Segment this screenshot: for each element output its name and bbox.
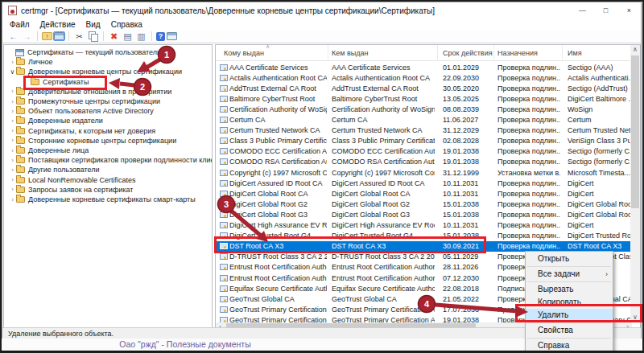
table-row[interactable]: Certification Authority of WoSignCertifi…: [216, 104, 631, 114]
tree-item-4[interactable]: ›Доверительные отношения в предприятии: [4, 87, 212, 96]
expander-collapsed-icon[interactable]: ›: [9, 137, 16, 144]
table-row[interactable]: COMODO RSA Certification Au...COMODO RSA…: [216, 157, 631, 167]
context-menu-item-6[interactable]: Удалить: [526, 309, 613, 322]
expander-collapsed-icon[interactable]: ›: [9, 186, 16, 193]
scroll-down-icon[interactable]: ∨: [630, 313, 640, 322]
tree-item-3[interactable]: Сертификаты: [4, 77, 212, 87]
expander-collapsed-icon[interactable]: ›: [9, 59, 16, 66]
cell-expires: 31.12.2029: [443, 125, 493, 136]
tree-item-14[interactable]: ›Запросы заявок на сертификат: [4, 185, 212, 195]
tree-item-8[interactable]: ›Сертификаты, к которым нет доверия: [4, 126, 212, 136]
tree-item-5[interactable]: ›Промежуточные центры сертификации: [4, 96, 212, 106]
tree-item-13[interactable]: ›Local NonRemovable Certificates: [4, 175, 212, 185]
cell-issued_by: Baltimore CyberTrust Root: [332, 93, 435, 104]
folder-icon: [16, 187, 25, 193]
expander-collapsed-icon[interactable]: ›: [9, 127, 16, 134]
cell-purposes: Проверка подлин...: [497, 62, 560, 72]
expander-collapsed-icon[interactable]: ›: [9, 117, 16, 125]
minimize-button[interactable]: —: [571, 3, 594, 18]
context-menu-item-4[interactable]: Вырезать: [526, 283, 613, 296]
table-row[interactable]: DigiCert Global Root G3DigiCert Global R…: [216, 209, 631, 220]
table-row[interactable]: Copyright (c) 1997 Microsoft C...Copyrig…: [216, 167, 631, 178]
cell-expires: 11.06.2027: [443, 115, 493, 125]
tree-item-label: Объект пользователя Active Directory: [28, 107, 154, 115]
menu-item-0[interactable]: Файл: [10, 20, 30, 29]
cell-issued_to: Actalis Authentication Root CA: [229, 72, 327, 83]
folder-icon: [16, 98, 25, 105]
tree-item-15[interactable]: ›Доверенные корневые сертификаты смарт-к…: [4, 195, 212, 204]
table-row[interactable]: Baltimore CyberTrust RootBaltimore Cyber…: [216, 93, 631, 104]
table-row[interactable]: DigiCert Assured ID Root CADigiCert Assu…: [216, 178, 631, 188]
copy-icon[interactable]: [87, 31, 99, 42]
menu-bar: ФайлДействиеВидСправка: [2, 18, 641, 30]
page-caption-link[interactable]: Оао "ржд" - Полезные документы: [48, 339, 322, 349]
tree-item-6[interactable]: ›Объект пользователя Active Directory: [4, 106, 212, 116]
table-row[interactable]: DigiCert Global Root CADigiCert Global R…: [216, 188, 631, 199]
up-one-level-icon[interactable]: ↑: [42, 32, 52, 40]
help-icon[interactable]: ?: [156, 32, 165, 41]
table-row[interactable]: AddTrust External CA RootAddTrust Extern…: [216, 83, 631, 93]
tree-item-10[interactable]: ›Доверенные лица: [4, 146, 212, 155]
column-header-0[interactable]: Кому выдан∧: [216, 45, 328, 61]
tree-item-11[interactable]: ›Поставщики сертификатов проверки подлин…: [4, 155, 212, 165]
menu-item-1[interactable]: Действие: [40, 20, 76, 29]
context-menu-item-5[interactable]: Копировать: [526, 296, 613, 309]
table-row[interactable]: Class 3 Public Primary Certificat...Clas…: [216, 136, 631, 146]
cell-issued_by: Entrust Root Certification Authori...: [332, 273, 435, 283]
tree-item-label: Доверенные лица: [28, 146, 89, 154]
expander-collapsed-icon[interactable]: ›: [9, 98, 16, 105]
expander-expanded-icon[interactable]: ∨: [9, 68, 16, 76]
tree-item-0[interactable]: Сертификаты — текущий пользователь: [4, 47, 212, 57]
table-row[interactable]: Actalis Authentication Root CAActalis Au…: [216, 72, 631, 83]
column-header-4[interactable]: Имя: [563, 45, 631, 61]
properties-icon[interactable]: ▤: [122, 31, 134, 42]
expander-collapsed-icon[interactable]: ›: [9, 166, 16, 174]
list-header: Кому выдан∧Кем выданСрок действияНазначе…: [216, 45, 632, 61]
expander-collapsed-icon[interactable]: ›: [9, 176, 16, 183]
table-row[interactable]: DigiCert Trusted Root G4DigiCert Trusted…: [216, 231, 631, 241]
cell-issued_by: DigiCert Global Root G3: [332, 209, 435, 220]
close-button[interactable]: ×: [617, 3, 641, 18]
table-row-selected[interactable]: DST Root CA X3DST Root CA X330.09.2021Пр…: [216, 241, 631, 252]
column-header-2[interactable]: Срок действия: [438, 45, 494, 61]
expander-collapsed-icon[interactable]: ›: [9, 147, 16, 154]
cut-icon[interactable]: ✂: [73, 31, 85, 42]
context-menu-separator: [527, 338, 611, 339]
tree-item-2[interactable]: ∨Доверенные корневые центры сертификации: [4, 67, 212, 76]
tree-item-7[interactable]: ›Доверенные издатели: [4, 116, 212, 125]
toolbar-separator: [37, 31, 38, 41]
cell-issued_by: GeoTrust Primary Certification Au...: [332, 304, 435, 314]
scroll-up-icon[interactable]: ∧: [630, 45, 640, 55]
export-list-icon[interactable]: ▥: [135, 31, 147, 42]
expander-collapsed-icon[interactable]: ›: [9, 108, 16, 115]
vertical-scrollbar-thumb[interactable]: [631, 55, 639, 208]
expander-collapsed-icon[interactable]: ›: [9, 88, 16, 95]
table-row[interactable]: DigiCert High Assurance EV Ro...DigiCert…: [216, 220, 631, 231]
forward-icon[interactable]: →: [21, 31, 33, 42]
table-row[interactable]: DigiCert Global Root G2DigiCert Global R…: [216, 199, 631, 209]
delete-icon[interactable]: ✖: [108, 31, 120, 42]
column-header-3[interactable]: Назначения: [494, 45, 563, 61]
show-console-tree-icon[interactable]: [54, 32, 64, 40]
expander-collapsed-icon[interactable]: ›: [9, 196, 16, 203]
certificate-icon: [220, 158, 228, 165]
new-window-icon[interactable]: [167, 32, 177, 40]
expander-collapsed-icon[interactable]: ›: [9, 157, 16, 164]
menu-item-2[interactable]: Вид: [86, 20, 101, 29]
vertical-scrollbar[interactable]: ∧ ∨: [630, 45, 640, 322]
table-row[interactable]: COMODO ECC Certification Au...COMODO ECC…: [216, 146, 631, 157]
tree-item-1[interactable]: ›Личное: [4, 57, 212, 67]
context-menu-item-8[interactable]: Свойства: [526, 324, 613, 337]
menu-item-3[interactable]: Справка: [111, 20, 142, 29]
back-icon[interactable]: ←: [7, 31, 19, 42]
column-header-1[interactable]: Кем выдан: [328, 45, 438, 61]
tree-item-9[interactable]: ›Сторонние корневые центры сертификации: [4, 136, 212, 146]
cell-expires: 31.12.1999: [443, 167, 493, 178]
table-row[interactable]: Certum CACertum CA11.06.2027Проверка под…: [216, 115, 631, 125]
context-menu-item-0[interactable]: Открыть: [526, 252, 613, 265]
tree-item-12[interactable]: ›Другие пользователи: [4, 165, 212, 174]
table-row[interactable]: AAA Certificate ServicesAAA Certificate …: [216, 62, 631, 72]
context-menu-item-2[interactable]: Все задачи›: [526, 268, 613, 281]
table-row[interactable]: Certum Trusted Network CACertum Trusted …: [216, 125, 631, 136]
maximize-button[interactable]: □: [594, 3, 617, 18]
